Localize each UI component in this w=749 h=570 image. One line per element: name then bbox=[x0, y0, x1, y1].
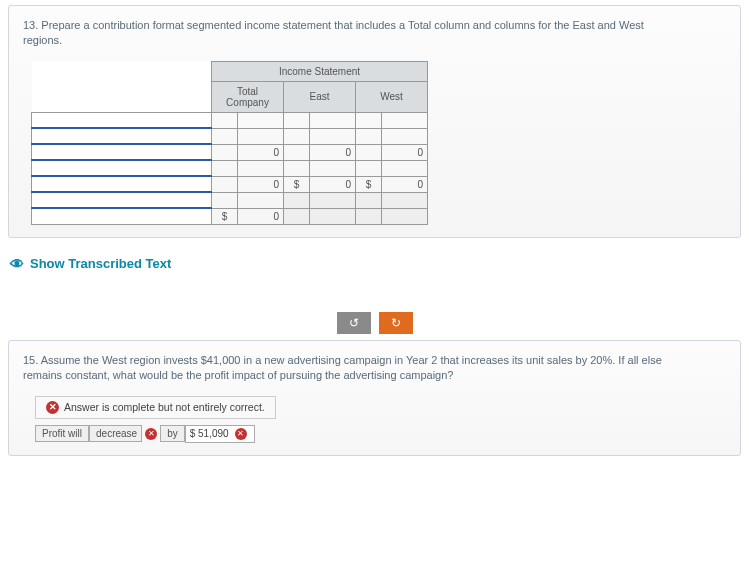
row-label-input[interactable] bbox=[32, 144, 212, 160]
table-row bbox=[32, 128, 428, 144]
answer-row: Profit will decrease ✕ by $ 51,090 ✕ bbox=[35, 425, 726, 443]
show-transcribed-label: Show Transcribed Text bbox=[30, 256, 171, 271]
question-15-panel: 15. Assume the West region invests $41,0… bbox=[8, 340, 741, 456]
nav-bar: ↺ ↻ bbox=[0, 312, 749, 334]
redo-icon: ↻ bbox=[391, 316, 401, 330]
x-icon: ✕ bbox=[235, 428, 247, 440]
row-label-input[interactable] bbox=[32, 128, 212, 144]
question-13-prompt: 13. Prepare a contribution format segmen… bbox=[23, 18, 663, 49]
nav-prev-button[interactable]: ↺ bbox=[337, 312, 371, 334]
by-label: by bbox=[160, 425, 185, 442]
x-icon: ✕ bbox=[145, 428, 157, 440]
income-statement-table: Income Statement Total Company East West… bbox=[31, 61, 428, 225]
table-row: 0$0$0 bbox=[32, 176, 428, 192]
col-west: West bbox=[356, 81, 428, 112]
table-row: 000 bbox=[32, 144, 428, 160]
x-icon: ✕ bbox=[46, 401, 59, 414]
row-label-input[interactable] bbox=[32, 112, 212, 128]
amount-input[interactable]: $ 51,090 ✕ bbox=[185, 425, 255, 443]
nav-next-button[interactable]: ↻ bbox=[379, 312, 413, 334]
row-label-input[interactable] bbox=[32, 160, 212, 176]
table-row bbox=[32, 160, 428, 176]
table-row bbox=[32, 112, 428, 128]
col-total: Total Company bbox=[212, 81, 284, 112]
feedback-banner: ✕ Answer is complete but not entirely co… bbox=[35, 396, 276, 419]
table-row bbox=[32, 192, 428, 208]
show-transcribed-button[interactable]: 👁 Show Transcribed Text bbox=[10, 256, 739, 272]
row-label-input[interactable] bbox=[32, 176, 212, 192]
table-title: Income Statement bbox=[212, 61, 428, 81]
table-row: $0 bbox=[32, 208, 428, 224]
undo-icon: ↺ bbox=[349, 316, 359, 330]
row-label-input[interactable] bbox=[32, 192, 212, 208]
eye-icon: 👁 bbox=[10, 256, 24, 272]
row-label-input[interactable] bbox=[32, 208, 212, 224]
profit-will-label: Profit will bbox=[35, 425, 89, 442]
col-east: East bbox=[284, 81, 356, 112]
question-15-prompt: 15. Assume the West region invests $41,0… bbox=[23, 353, 663, 384]
direction-dropdown[interactable]: decrease bbox=[89, 425, 142, 442]
question-13-panel: 13. Prepare a contribution format segmen… bbox=[8, 5, 741, 238]
feedback-text: Answer is complete but not entirely corr… bbox=[64, 401, 265, 413]
